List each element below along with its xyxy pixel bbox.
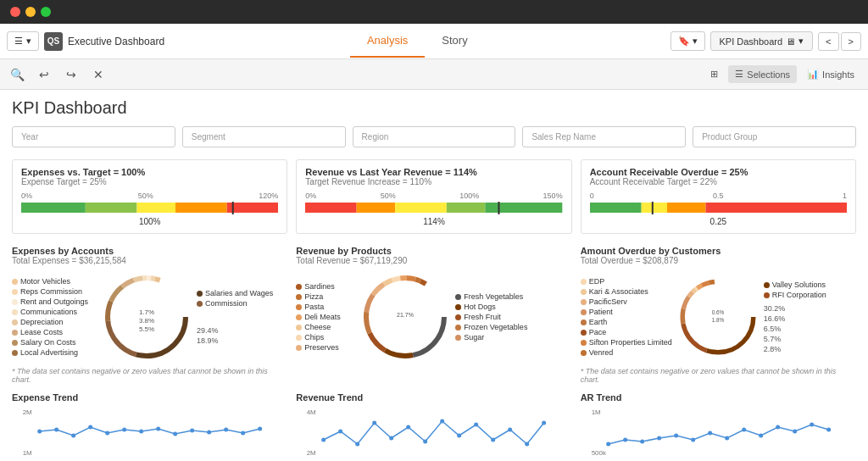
legend-item: Venred xyxy=(581,348,672,357)
svg-point-83 xyxy=(440,419,444,424)
overdue-pct-3: 6.5% xyxy=(764,325,840,333)
revenue-chart-subtitle: Total Revenue = $67,119,290 xyxy=(296,256,571,265)
ar-trend: AR Trend 1M 500k xyxy=(581,392,856,458)
legend-item: Frozen Vegetables xyxy=(455,323,531,331)
legend-item: Deli Meats xyxy=(296,313,355,321)
app-icon: QS xyxy=(44,32,63,51)
ar-trend-title: AR Trend xyxy=(581,392,856,403)
window-chrome xyxy=(0,0,868,24)
filter-year[interactable]: Year xyxy=(12,126,175,147)
minimize-button[interactable] xyxy=(25,7,36,17)
svg-point-84 xyxy=(457,434,461,438)
screen-icon: 🖥 xyxy=(786,36,795,47)
prev-button[interactable]: < xyxy=(818,32,838,51)
legend-item: Sifton Properties Limited xyxy=(581,338,672,347)
svg-point-73 xyxy=(258,427,262,431)
kpi-ar-gauge xyxy=(590,202,847,215)
svg-text:0.6%: 0.6% xyxy=(711,309,724,315)
svg-rect-9 xyxy=(447,203,485,213)
revenue-trend-title: Revenue Trend xyxy=(296,392,571,403)
legend-item: Sugar xyxy=(455,333,531,342)
kpi-expenses-subtitle: Expense Target = 25% xyxy=(21,177,278,186)
main-toolbar: ☰ ▾ QS Executive Dashboard Analysis Stor… xyxy=(0,24,868,59)
svg-rect-6 xyxy=(305,203,357,213)
legend-item: Earth xyxy=(581,318,672,326)
menu-button[interactable]: ☰ ▾ xyxy=(7,31,39,51)
bookmark-dropdown-icon: ▾ xyxy=(693,36,698,47)
close-button[interactable] xyxy=(10,7,20,17)
filter-sales-rep[interactable]: Sales Rep Name xyxy=(522,126,686,147)
legend-item: Valley Solutions xyxy=(764,280,840,289)
svg-rect-12 xyxy=(590,203,642,213)
overdue-pct-4: 5.7% xyxy=(764,335,840,343)
smart-search-icon[interactable]: 🔍 xyxy=(7,64,27,85)
svg-rect-3 xyxy=(175,203,227,213)
overdue-legend-right: Valley Solutions RFI Corporation 30.2% 1… xyxy=(764,280,840,353)
tab-story[interactable]: Story xyxy=(425,25,484,58)
expense-trend: Expense Trend 2M 1M xyxy=(12,392,287,458)
svg-point-61 xyxy=(54,428,58,432)
dropdown-arrow-icon: ▾ xyxy=(26,36,31,47)
revenue-trend-svg: 4M 2M xyxy=(296,406,571,457)
svg-point-79 xyxy=(372,421,376,425)
kpi-ar-scale: 00.51 xyxy=(590,192,847,200)
expenses-note: * The data set contains negative or zero… xyxy=(12,367,287,384)
svg-rect-7 xyxy=(357,203,395,213)
maximize-button[interactable] xyxy=(41,7,51,17)
svg-point-70 xyxy=(207,430,211,435)
legend-item: Preserves xyxy=(296,343,355,352)
svg-point-105 xyxy=(826,428,831,432)
expenses-legend-right: Salaries and Wages Commission 29.4% 18.9… xyxy=(197,289,273,345)
kpi-dropdown-icon: ▾ xyxy=(798,36,804,47)
page-title: KPI Dashboard xyxy=(12,98,856,118)
svg-point-81 xyxy=(406,425,410,430)
kpi-revenue: Revenue vs Last Year Revenue = 114% Targ… xyxy=(296,159,571,234)
legend-item: Commission xyxy=(197,299,273,308)
back-icon[interactable]: ↩ xyxy=(34,64,54,85)
filter-product-group[interactable]: Product Group xyxy=(693,126,856,147)
legend-item: Fresh Fruit xyxy=(455,313,531,321)
svg-point-89 xyxy=(542,421,546,425)
insights-label: Insights xyxy=(822,69,854,80)
svg-text:21.7%: 21.7% xyxy=(397,312,414,318)
svg-point-78 xyxy=(355,442,359,447)
legend-item: Depreciation xyxy=(12,318,97,326)
filter-region[interactable]: Region xyxy=(353,126,516,147)
svg-rect-0 xyxy=(21,203,86,213)
legend-item: RFI Corporation xyxy=(764,291,840,299)
grid-icon: ⊞ xyxy=(710,69,718,80)
tab-analysis[interactable]: Analysis xyxy=(350,25,425,58)
forward-icon[interactable]: ↪ xyxy=(61,64,81,85)
bookmark-icon: 🔖 xyxy=(678,36,690,47)
next-button[interactable]: > xyxy=(841,32,861,51)
svg-point-100 xyxy=(742,428,746,432)
main-content: KPI Dashboard Year Segment Region Sales … xyxy=(0,90,868,461)
svg-point-68 xyxy=(173,432,177,436)
revenue-legend-right: Fresh Vegetables Hot Dogs Fresh Fruit Fr… xyxy=(455,292,531,342)
kpi-revenue-subtitle: Target Revenue Increase = 110% xyxy=(305,177,562,186)
bookmark-button[interactable]: 🔖 ▾ xyxy=(670,31,705,51)
svg-text:1M: 1M xyxy=(591,408,600,416)
svg-rect-14 xyxy=(667,203,705,213)
clear-icon[interactable]: ✕ xyxy=(88,64,108,85)
grid-view-button[interactable]: ⊞ xyxy=(704,65,725,83)
kpi-label: KPI Dashboard xyxy=(720,36,783,47)
selections-button[interactable]: ☰ Selections xyxy=(728,65,797,83)
filter-sales-rep-label: Sales Rep Name xyxy=(531,132,676,142)
legend-item: Fresh Vegetables xyxy=(455,292,531,301)
insights-button[interactable]: 📊 Insights xyxy=(800,65,861,83)
svg-rect-4 xyxy=(227,203,279,213)
filter-product-group-label: Product Group xyxy=(702,132,847,142)
filter-region-label: Region xyxy=(362,132,507,142)
svg-rect-8 xyxy=(395,203,447,213)
expenses-legend-left: Motor Vehicles Reps Commission Rent and … xyxy=(12,277,97,357)
legend-item: Salary On Costs xyxy=(12,338,97,347)
filter-segment[interactable]: Segment xyxy=(182,126,346,147)
expenses-chart-subtitle: Total Expenses = $36,215,584 xyxy=(12,256,287,265)
secondary-toolbar-right: ⊞ ☰ Selections 📊 Insights xyxy=(704,65,861,83)
svg-point-80 xyxy=(389,436,393,441)
kpi-dashboard-button[interactable]: KPI Dashboard 🖥 ▾ xyxy=(710,31,814,51)
svg-point-67 xyxy=(156,427,160,431)
overdue-chart-subtitle: Total Overdue = $208,879 xyxy=(581,256,856,265)
kpi-ar-subtitle: Account Receivable Target = 22% xyxy=(590,177,847,186)
